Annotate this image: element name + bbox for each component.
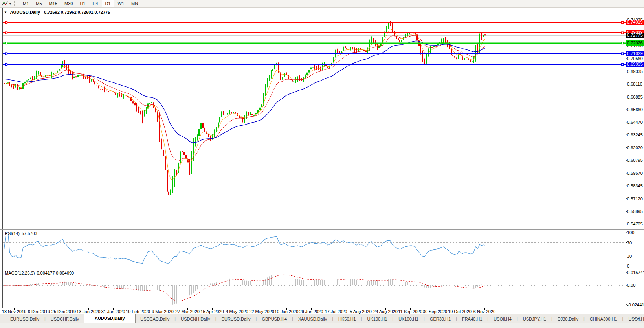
price-axis-tick: 0.57120: [627, 196, 643, 201]
chart-tab-usdchf-daily[interactable]: USDCHF,Daily: [46, 315, 84, 323]
date-axis-tick: 6 Dec 2019: [28, 309, 50, 314]
date-axis-tick: 27 Mar 2020: [175, 309, 200, 314]
date-axis-tick: 4 May 2020: [226, 309, 248, 314]
price-axis-tick: 0.55895: [627, 209, 643, 214]
price-axis-tick: 0.68110: [627, 82, 642, 86]
date-axis-tick: 31 Jan 2020: [101, 309, 125, 314]
date-axis-tick: 13 Jan 2020: [77, 309, 101, 314]
symbol-tab-bar: EURUSD,Daily|USDCHF,DailyAUDUSD,DailyUSD…: [0, 314, 644, 323]
chart-tab-usdcad-daily[interactable]: USDCAD,Daily: [136, 315, 174, 323]
tab-scroll-left-icon[interactable]: ◂: [634, 316, 638, 320]
bottom-strip: [0, 323, 644, 328]
date-axis-tick: 24 Aug 2020: [373, 309, 398, 314]
chart-ohlc-values: 0.72692 0.72962 0.72601 0.72775: [44, 10, 110, 15]
level-price-tag: 0.71029: [626, 51, 644, 56]
date-axis-tick: 25 Dec 2019: [51, 309, 76, 314]
price-axis-tick: 0.69335: [627, 69, 643, 74]
macd-values: 0.004177 0.004090: [37, 271, 74, 275]
date-axis-tick: 15 Apr 2020: [200, 309, 224, 314]
tab-scroll-arrows: ◂▸: [634, 316, 642, 320]
rsi-axis-tick: 70: [627, 240, 632, 245]
price-axis-tick: 0.60795: [627, 158, 643, 163]
level-price-tag: 0.72026: [626, 40, 644, 46]
bid-price-tag: 0.72775: [626, 33, 644, 38]
chart-title: ▼ AUDUSD,Daily 0.72692 0.72962 0.72601 0…: [4, 10, 110, 15]
chart-tab-gbpusd-h4[interactable]: GBPUSD,H4: [257, 315, 292, 323]
date-axis-tick: 17 Jul 2020: [325, 309, 347, 314]
rsi-indicator-label: RSI(14)57.5703: [5, 231, 37, 236]
macd-axis-tick: -0.024412: [627, 302, 644, 307]
rsi-axis-tick: 30: [627, 254, 632, 258]
chart-tab-xauusd-daily[interactable]: XAUUSD,Daily: [294, 315, 332, 323]
macd-axis-tick: 0.00: [627, 283, 635, 288]
chart-tab-uk100-h1[interactable]: UK100,H1: [394, 315, 423, 323]
level-price-tag: 0.69995: [626, 62, 644, 67]
macd-name: MACD(12,26,9): [5, 271, 35, 275]
chart-tab-fra40-h1[interactable]: FRA40,H1: [457, 315, 487, 323]
date-axis-tick: 11 Sep 2020: [398, 309, 422, 314]
chart-tab-ger30-h1[interactable]: GER30,H1: [425, 315, 455, 323]
rsi-value: 57.5703: [22, 231, 37, 236]
chart-tab-dj30-daily[interactable]: DJ30,Daily: [553, 315, 583, 323]
rsi-axis-tick: 0: [627, 264, 629, 268]
chart-menu-triangle-icon[interactable]: ▼: [4, 11, 7, 14]
price-axis-tick: 0.64470: [627, 120, 643, 125]
chart-tab-eurusd-daily[interactable]: EURUSD,Daily: [217, 315, 255, 323]
price-axis-tick: 0.58345: [627, 183, 643, 188]
chart-symbol-period: AUDUSD,Daily: [10, 10, 40, 15]
date-axis-tick: 19 Oct 2020: [448, 309, 472, 314]
rsi-name: RSI(14): [5, 231, 20, 236]
date-axis-tick: 9 Mar 2020: [152, 309, 174, 314]
date-axis-tick: 30 Sep 2020: [423, 309, 447, 314]
price-axis-tick: 0.59570: [627, 171, 643, 176]
date-axis-tick: 18 Nov 2019: [2, 309, 26, 314]
macd-indicator-label: MACD(12,26,9)0.004177 0.004090: [5, 271, 74, 275]
date-axis-tick: 22 May 2020: [249, 309, 274, 314]
date-axis-tick: 5 Aug 2020: [350, 309, 372, 314]
chart-tab-china300-h1[interactable]: CHINA300,H1: [585, 315, 622, 323]
chart-tab-audusd-daily[interactable]: AUDUSD,Daily: [84, 314, 136, 323]
price-axis-tick: 0.63245: [627, 132, 643, 137]
chart-tab-eurusd-daily[interactable]: EURUSD,Daily: [6, 315, 44, 323]
price-axis-tick: 0.62020: [627, 145, 643, 150]
price-axis-tick: 0.54705: [627, 222, 643, 226]
chart-tab-usoil-h4[interactable]: USOil,H4: [489, 315, 516, 323]
date-axis-tick: 29 Jun 2020: [299, 309, 323, 314]
date-axis-tick: 19 Feb 2020: [126, 309, 150, 314]
macd-axis-tick: 0.015741: [627, 270, 644, 275]
rsi-axis-tick: 100: [627, 230, 634, 235]
chart-tab-uk100-h1[interactable]: UK100,H1: [363, 315, 392, 323]
level-price-tag: 0.74019: [626, 20, 644, 25]
date-axis-tick: 6 Nov 2020: [473, 309, 495, 314]
price-axis-tick: 0.70560: [627, 56, 643, 61]
tab-scroll-right-icon[interactable]: ▸: [638, 316, 642, 320]
date-axis-tick: 10 Jun 2020: [275, 309, 299, 314]
mt4-window: ▾ M1M5M15M30H1H4D1W1MN 0.742350.730100.7…: [0, 0, 644, 328]
price-axis-tick: 0.66885: [627, 95, 643, 99]
chart-tab-usdjpy-h1[interactable]: USDJPY,H1: [518, 315, 551, 323]
chart-tab-usdcnh-daily[interactable]: USDCNH,Daily: [176, 315, 215, 323]
chart-tab-hk50-h1[interactable]: HK50,H1: [334, 315, 361, 323]
price-axis-tick: 0.65660: [627, 107, 643, 112]
chart-canvas[interactable]: 0.742350.730100.717850.705600.693350.681…: [0, 0, 644, 314]
